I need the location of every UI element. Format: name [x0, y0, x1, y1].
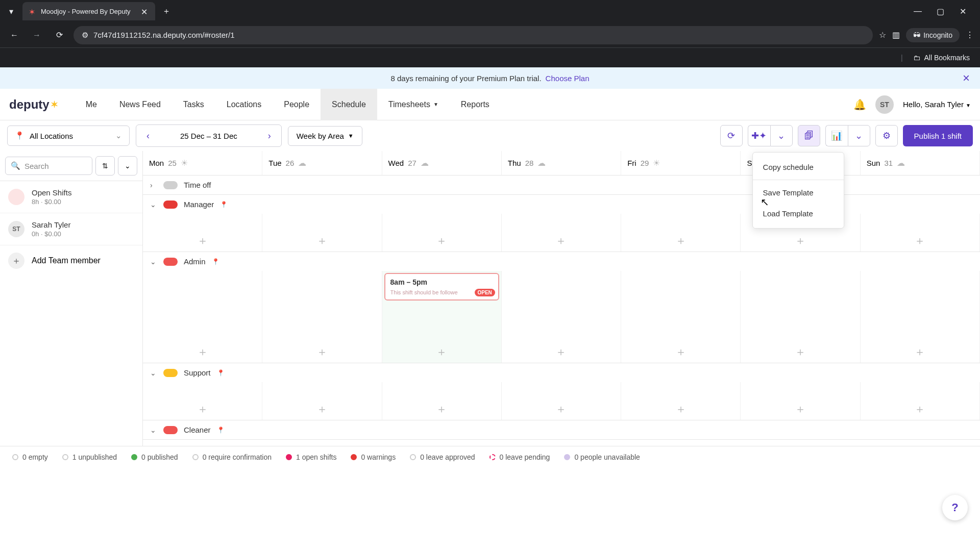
area-admin-header[interactable]: ⌄ Admin 📍: [143, 252, 980, 271]
add-shift-button[interactable]: ＋: [502, 230, 621, 252]
sun-icon: ☀: [653, 158, 660, 168]
add-shift-button[interactable]: ＋: [741, 398, 860, 420]
add-shift-button[interactable]: ＋: [143, 230, 262, 252]
panel-icon[interactable]: ▥: [892, 30, 900, 40]
avatar[interactable]: ST: [875, 95, 894, 114]
area-manager-header[interactable]: ⌄ Manager 📍: [143, 195, 980, 214]
person-row[interactable]: ST Sarah Tyler 0h · $0.00: [0, 213, 142, 245]
nav-reports[interactable]: Reports: [450, 89, 501, 120]
footer-legend: 0 empty 1 unpublished 0 published 0 requ…: [0, 446, 980, 467]
save-template-item[interactable]: Save Template: [753, 182, 844, 203]
chevron-down-icon: ⌄: [150, 369, 157, 377]
nav-news-feed[interactable]: News Feed: [108, 89, 172, 120]
area-cleaner-label: Cleaner: [184, 425, 211, 434]
incognito-chip[interactable]: 🕶 Incognito: [906, 28, 960, 42]
close-tab-icon[interactable]: ✕: [141, 7, 149, 15]
add-shift-button[interactable]: ＋: [262, 230, 381, 252]
refresh-button[interactable]: ⟳: [720, 125, 743, 146]
tab-search-icon[interactable]: ▾: [4, 4, 18, 18]
nav-tasks[interactable]: Tasks: [172, 89, 215, 120]
site-info-icon[interactable]: ⚙: [82, 31, 88, 40]
area-admin-cells: ＋ ＋ 8am – 5pm This shift should be follo…: [143, 271, 980, 363]
add-shift-button[interactable]: ＋: [143, 398, 262, 420]
add-shift-button[interactable]: ＋: [382, 230, 501, 252]
copy-schedule-item[interactable]: Copy schedule: [753, 157, 844, 178]
reload-icon[interactable]: ⟳: [51, 27, 67, 43]
shift-time: 8am – 5pm: [390, 278, 493, 286]
settings-button[interactable]: ⚙: [875, 125, 898, 146]
bell-icon[interactable]: 🔔: [853, 98, 866, 111]
nav-timesheets[interactable]: Timesheets▼: [377, 89, 450, 120]
publish-button[interactable]: Publish 1 shift: [903, 125, 973, 146]
add-shift-button[interactable]: ＋: [621, 341, 740, 363]
add-shift-button[interactable]: ＋: [382, 398, 501, 420]
all-bookmarks-button[interactable]: 🗀 All Bookmarks: [913, 54, 970, 62]
copy-button[interactable]: 🗐 Copy schedule Save Template Load Templ…: [798, 125, 820, 146]
bookmark-star-icon[interactable]: ☆: [879, 30, 886, 40]
add-shift-button[interactable]: ＋: [502, 398, 621, 420]
add-shift-button[interactable]: ＋: [861, 341, 979, 363]
nav-me[interactable]: Me: [75, 89, 108, 120]
add-team-member-button[interactable]: ＋ Add Team member: [0, 245, 142, 276]
autofill-button[interactable]: ✚✦: [748, 125, 770, 146]
sort-button[interactable]: ⇅: [95, 156, 115, 176]
open-shifts-icon: [8, 189, 24, 205]
add-shift-button[interactable]: ＋: [143, 341, 262, 363]
stats-dropdown[interactable]: ⌄: [848, 125, 870, 146]
prev-week-button[interactable]: ‹: [136, 125, 160, 146]
toolbar-right: ⟳ ✚✦ ⌄ 🗐 Copy schedule Save Template Loa…: [720, 125, 973, 146]
add-shift-button[interactable]: ＋: [861, 398, 979, 420]
add-shift-button[interactable]: ＋: [502, 341, 621, 363]
search-input[interactable]: 🔍 Search: [5, 157, 92, 175]
schedule-grid: Mon25☀ Tue26☁ Wed27☁ Thu28☁ Fri29☀ Sat30…: [143, 151, 980, 446]
schedule-toolbar: 📍 All Locations ⌄ ‹ 25 Dec – 31 Dec › We…: [0, 120, 980, 151]
browser-tab[interactable]: ✶ Moodjoy - Powered By Deputy ✕: [22, 2, 155, 20]
add-shift-button[interactable]: ＋: [262, 398, 381, 420]
help-fab[interactable]: ?: [942, 495, 968, 520]
deputy-logo[interactable]: deputy✶: [9, 97, 58, 112]
add-shift-button[interactable]: ＋: [262, 341, 381, 363]
area-manager-cells: ＋ ＋ ＋ ＋ ＋ ＋ ＋: [143, 214, 980, 252]
user-greeting[interactable]: Hello, Sarah Tyler ▼: [903, 100, 971, 109]
area-support-header[interactable]: ⌄ Support 📍: [143, 363, 980, 382]
chevron-down-icon: ▼: [348, 133, 354, 139]
autofill-dropdown[interactable]: ⌄: [770, 125, 793, 146]
cell: ＋: [861, 214, 980, 252]
next-week-button[interactable]: ›: [258, 125, 281, 146]
add-shift-button[interactable]: ＋: [741, 341, 860, 363]
kebab-menu-icon[interactable]: ⋮: [966, 30, 974, 40]
day-sun: Sun31☁: [861, 151, 980, 175]
add-shift-button[interactable]: ＋: [621, 398, 740, 420]
add-shift-button[interactable]: ＋: [741, 230, 860, 252]
stats-button[interactable]: 📊: [825, 125, 848, 146]
chevron-right-icon: ›: [150, 181, 157, 189]
area-admin-label: Admin: [184, 257, 206, 266]
maximize-icon[interactable]: ▢: [935, 6, 945, 16]
area-time-off-header[interactable]: › Time off: [143, 176, 980, 194]
nav-locations[interactable]: Locations: [215, 89, 273, 120]
minimize-icon[interactable]: —: [913, 6, 923, 16]
add-shift-button[interactable]: ＋: [382, 341, 501, 363]
close-window-icon[interactable]: ✕: [958, 6, 968, 16]
load-template-item[interactable]: Load Template: [753, 203, 844, 224]
nav-people[interactable]: People: [273, 89, 321, 120]
banner-close-icon[interactable]: ×: [963, 71, 970, 85]
new-tab-button[interactable]: ＋: [159, 4, 174, 18]
forward-icon[interactable]: →: [29, 27, 45, 43]
shift-card[interactable]: 8am – 5pm This shift should be followe O…: [384, 273, 499, 300]
area-cleaner-header[interactable]: ⌄ Cleaner 📍: [143, 420, 980, 439]
add-shift-button[interactable]: ＋: [861, 230, 979, 252]
add-shift-button[interactable]: ＋: [621, 230, 740, 252]
cell: 8am – 5pm This shift should be followe O…: [382, 271, 502, 363]
date-range[interactable]: 25 Dec – 31 Dec: [160, 125, 258, 146]
view-selector[interactable]: Week by Area ▼: [288, 126, 362, 146]
location-selector[interactable]: 📍 All Locations ⌄: [7, 126, 130, 146]
filter-dropdown[interactable]: ⌄: [118, 156, 137, 176]
choose-plan-link[interactable]: Choose Plan: [546, 74, 590, 83]
open-shifts-row[interactable]: Open Shifts 8h · $0.00: [0, 181, 142, 213]
area-manager: ⌄ Manager 📍 ＋ ＋ ＋ ＋ ＋ ＋ ＋: [143, 195, 980, 252]
back-icon[interactable]: ←: [6, 27, 22, 43]
dot-icon: [564, 454, 570, 460]
url-field[interactable]: ⚙ 7cf47d19112152.na.deputy.com/#roster/1: [74, 26, 873, 44]
nav-schedule[interactable]: Schedule: [321, 89, 377, 120]
